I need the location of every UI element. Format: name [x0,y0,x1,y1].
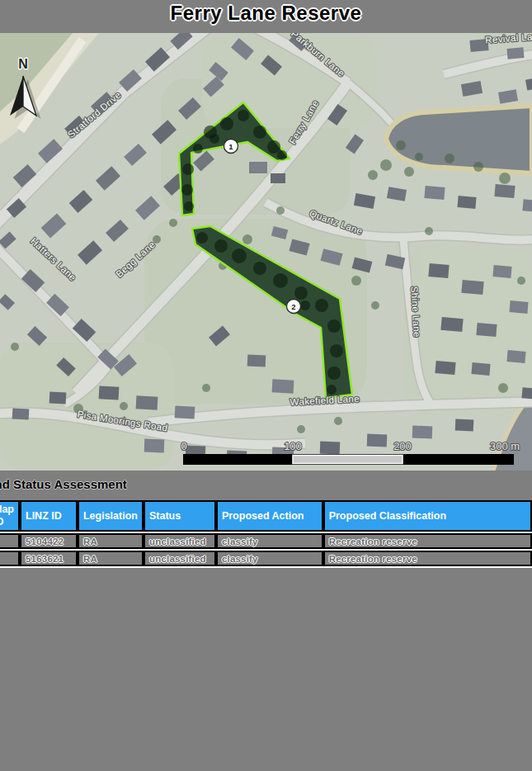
cell-map-id [0,533,20,549]
reserve-marker-2: 2 [287,300,301,314]
north-arrow-label: N [18,57,28,71]
cell-legislation: RA [78,533,144,549]
column-header-proposed-classification: Proposed Classification [323,500,532,532]
cell-proposed-classification: Recreation reserve [323,551,532,566]
pond [386,106,532,173]
table-row: 5163621 RA unclassified classify Recreat… [0,551,532,566]
aerial-map: 1 2 Stratford Drive Parkburn Lane Ferry … [0,33,532,471]
cell-linz-id: 5104422 [20,533,78,549]
column-header-legislation: Legislation [78,500,144,532]
scale-tick-100: 100 [284,440,302,452]
reserve-marker-1: 1 [224,140,238,154]
page-title: Ferry Lane Reserve [0,2,532,25]
column-header-proposed-action: Proposed Action [216,500,323,532]
reserve-marker-1-label: 1 [228,142,233,151]
cell-status: unclassified [144,533,216,549]
table-row: 5104422 RA unclassified classify Recreat… [0,533,532,549]
reserve-marker-2-label: 2 [291,302,295,311]
table-header-row: Map ID LINZ ID Legislation Status Propos… [0,500,532,532]
report-page: Ferry Lane Reserve [0,0,532,771]
scale-tick-300: 300 m [490,440,520,452]
scale-tick-200: 200 [393,440,412,452]
land-status-table: Map ID LINZ ID Legislation Status Propos… [0,500,532,568]
column-header-map-id: Map ID [0,500,20,532]
cell-proposed-classification: Recreation reserve [323,533,532,549]
scale-tick-0: 0 [181,440,186,452]
cell-map-id [0,551,20,566]
cell-status: unclassified [144,551,216,566]
cell-linz-id: 5163621 [20,551,78,566]
section-heading: Land Status Assessment [0,477,127,491]
column-header-linz-id: LINZ ID [20,500,78,532]
aerial-map-svg: 1 2 Stratford Drive Parkburn Lane Ferry … [0,33,532,471]
cell-proposed-action: classify [216,533,323,549]
cell-proposed-action: classify [216,551,323,566]
cell-legislation: RA [78,551,144,566]
column-header-status: Status [144,500,216,532]
